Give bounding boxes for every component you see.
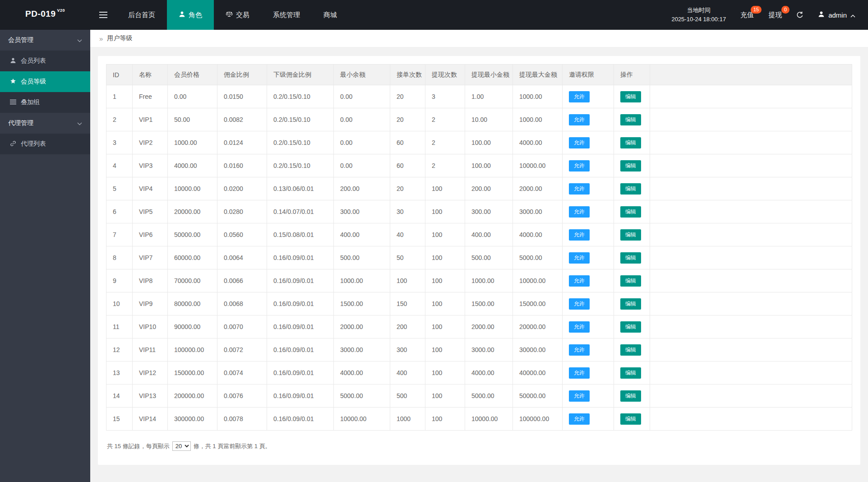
cell-invite-permission: 允许	[563, 362, 614, 385]
cell-price: 20000.00	[168, 200, 217, 223]
edit-button[interactable]: 编辑	[620, 160, 641, 171]
nav-item-system[interactable]: 系统管理	[261, 0, 312, 30]
edit-button[interactable]: 编辑	[620, 367, 641, 379]
edit-button[interactable]: 编辑	[620, 321, 641, 333]
app-logo-text: PD-019	[25, 9, 55, 19]
allow-button[interactable]: 允许	[569, 229, 590, 241]
sidebar-item-agent-list[interactable]: 代理列表	[0, 134, 90, 154]
allow-button[interactable]: 允许	[569, 413, 590, 425]
cell-actions: 编辑	[614, 362, 650, 385]
cell-order-count: 20	[390, 177, 425, 200]
cell-name: VIP3	[133, 154, 168, 177]
edit-button[interactable]: 编辑	[620, 413, 641, 425]
nav-item-mall[interactable]: 商城	[312, 0, 349, 30]
cell-name: VIP11	[133, 338, 168, 362]
cell-withdraw-count: 100	[425, 385, 465, 408]
edit-button[interactable]: 编辑	[620, 344, 641, 356]
edit-button[interactable]: 编辑	[620, 229, 641, 241]
hamburger-icon[interactable]	[90, 0, 116, 30]
cell-price: 70000.00	[168, 269, 217, 292]
allow-button[interactable]: 允许	[569, 206, 590, 218]
withdraw-label: 提现	[768, 11, 782, 19]
edit-button[interactable]: 编辑	[620, 390, 641, 402]
refresh-icon[interactable]	[796, 11, 803, 19]
allow-button[interactable]: 允许	[569, 321, 590, 333]
cell-actions: 编辑	[614, 292, 650, 315]
cell-price: 150000.00	[168, 362, 217, 385]
allow-button[interactable]: 允许	[569, 298, 590, 310]
cell-filler	[650, 154, 852, 177]
sidebar-section-member-management[interactable]: 会员管理	[0, 30, 90, 51]
table-row: 12 VIP11 100000.00 0.0072 0.16/0.09/0.01…	[106, 338, 852, 362]
nav-item-home[interactable]: 后台首页	[116, 0, 167, 30]
nav-item-role[interactable]: 角色	[167, 0, 214, 30]
allow-button[interactable]: 允许	[569, 91, 590, 102]
table-header-row: ID 名称 会员价格 佣金比例 下级佣金比例 最小余额 接单次数 提现次数 提现…	[106, 65, 852, 85]
recharge-button[interactable]: 充值 15	[740, 11, 754, 19]
nav-item-label: 角色	[189, 11, 202, 19]
sidebar-section-agent-management[interactable]: 代理管理	[0, 113, 90, 134]
cell-withdraw-count: 100	[425, 177, 465, 200]
edit-button[interactable]: 编辑	[620, 298, 641, 310]
cell-sub-commission: 0.16/0.09/0.01	[267, 385, 334, 408]
edit-button[interactable]: 编辑	[620, 137, 641, 148]
admin-menu[interactable]: admin	[818, 11, 855, 19]
cell-min-balance: 1500.00	[334, 292, 390, 315]
cell-min-balance: 5000.00	[334, 385, 390, 408]
cell-invite-permission: 允许	[563, 246, 614, 269]
cell-actions: 编辑	[614, 246, 650, 269]
cell-withdraw-max: 15000.00	[513, 292, 563, 315]
allow-button[interactable]: 允许	[569, 367, 590, 379]
nav-item-trade[interactable]: 交易	[214, 0, 261, 30]
sidebar-item-member-level[interactable]: 会员等级	[0, 71, 90, 92]
cell-filler	[650, 200, 852, 223]
cell-commission: 0.0074	[217, 362, 267, 385]
table-row: 15 VIP14 300000.00 0.0078 0.16/0.09/0.01…	[106, 408, 852, 431]
cell-commission: 0.0082	[217, 108, 267, 131]
edit-button[interactable]: 编辑	[620, 252, 641, 264]
allow-button[interactable]: 允许	[569, 275, 590, 287]
cell-actions: 编辑	[614, 385, 650, 408]
cell-filler	[650, 338, 852, 362]
edit-button[interactable]: 编辑	[620, 275, 641, 287]
page-size-select[interactable]: 20	[172, 441, 191, 451]
edit-button[interactable]: 编辑	[620, 91, 641, 102]
cell-withdraw-min: 5000.00	[465, 385, 513, 408]
table-row: 9 VIP8 70000.00 0.0066 0.16/0.09/0.01 10…	[106, 269, 852, 292]
cell-withdraw-min: 2000.00	[465, 315, 513, 338]
table-row: 8 VIP7 60000.00 0.0064 0.16/0.09/0.01 50…	[106, 246, 852, 269]
cell-actions: 编辑	[614, 177, 650, 200]
col-withdraw-count: 提现次数	[425, 65, 465, 85]
sidebar-item-stack-group[interactable]: 叠加组	[0, 92, 90, 113]
edit-button[interactable]: 编辑	[620, 206, 641, 218]
cell-name: VIP14	[133, 408, 168, 431]
edit-button[interactable]: 编辑	[620, 183, 641, 195]
cell-price: 4000.00	[168, 154, 217, 177]
withdraw-button[interactable]: 提现 0	[768, 11, 782, 19]
cell-commission: 0.0160	[217, 154, 267, 177]
cell-commission: 0.0280	[217, 200, 267, 223]
cell-sub-commission: 0.16/0.09/0.01	[267, 246, 334, 269]
cell-order-count: 20	[390, 85, 425, 108]
sidebar-item-label: 代理列表	[21, 140, 46, 148]
cell-actions: 编辑	[614, 338, 650, 362]
allow-button[interactable]: 允许	[569, 344, 590, 356]
user-levels-table: ID 名称 会员价格 佣金比例 下级佣金比例 最小余额 接单次数 提现次数 提现…	[106, 64, 852, 431]
cell-sub-commission: 0.16/0.09/0.01	[267, 292, 334, 315]
allow-button[interactable]: 允许	[569, 137, 590, 148]
allow-button[interactable]: 允许	[569, 114, 590, 125]
chevron-up-icon	[850, 11, 855, 19]
content-card: ID 名称 会员价格 佣金比例 下级佣金比例 最小余额 接单次数 提现次数 提现…	[98, 56, 860, 465]
table-row: 14 VIP13 200000.00 0.0076 0.16/0.09/0.01…	[106, 385, 852, 408]
local-time-label: 当地时间	[671, 6, 726, 15]
allow-button[interactable]: 允许	[569, 390, 590, 402]
topbar-right: 当地时间 2025-10-24 18:00:17 充值 15 提现 0 admi…	[671, 0, 868, 30]
allow-button[interactable]: 允许	[569, 183, 590, 195]
top-nav: 后台首页 角色 交易 系统管理 商城	[116, 0, 349, 30]
edit-button[interactable]: 编辑	[620, 114, 641, 125]
allow-button[interactable]: 允许	[569, 252, 590, 264]
cell-sub-commission: 0.2/0.15/0.10	[267, 85, 334, 108]
allow-button[interactable]: 允许	[569, 160, 590, 171]
sidebar-item-member-list[interactable]: 会员列表	[0, 51, 90, 71]
cell-commission: 0.0066	[217, 269, 267, 292]
